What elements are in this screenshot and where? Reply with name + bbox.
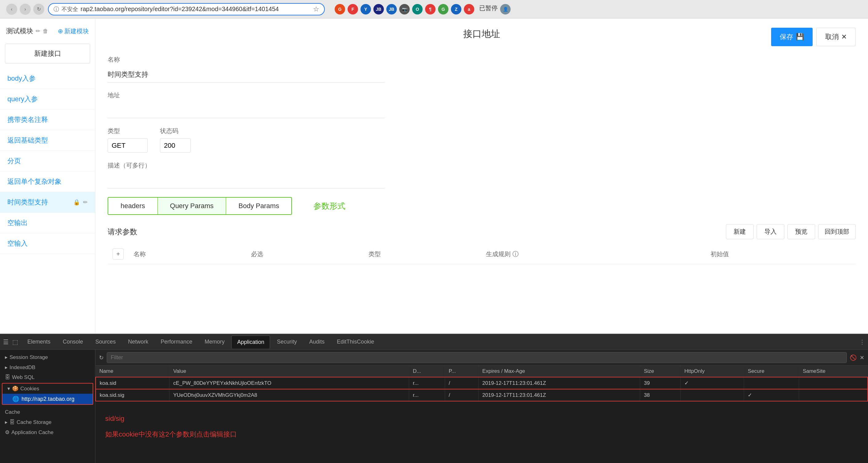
tab-headers[interactable]: headers [108,198,157,214]
filter-close-icon[interactable]: ✕ [860,354,864,361]
cookies-panel: ↻ 🚫 ✕ Name Value D... P... Expires / Max… [95,350,868,463]
sidebar-item-return-basic[interactable]: 返回基础类型 [0,130,95,151]
sidebar-item-time-type[interactable]: 时间类型支持 🔒 ✏ [0,192,95,213]
edit-action-icon[interactable]: ✏ [83,199,88,206]
devtools-tab-editthiscookie[interactable]: EditThisCookie [331,336,379,348]
desc-label: 描述（可多行） [107,161,856,170]
save-icon: 💾 [796,33,804,41]
back-to-top-button[interactable]: 回到顶部 [818,224,856,239]
refresh-btn[interactable]: ↻ [33,4,44,15]
edit-icon[interactable]: ✏ [36,28,40,34]
devtools-tab-network[interactable]: Network [122,336,154,348]
col-p-header: P... [445,366,478,377]
import-button[interactable]: 导入 [757,224,784,239]
new-param-button[interactable]: 新建 [726,224,753,239]
ext-icon-9[interactable]: G [438,4,448,15]
new-interface-button[interactable]: 新建接口 [5,44,90,63]
tree-cookies[interactable]: ▾ 🍪 Cookies [2,383,93,394]
filter-input[interactable] [107,352,847,363]
cookie-row-0[interactable]: koa.sid cE_PW_80DeYYPEYxkNkhUjloOEnfzkTO… [96,377,868,389]
cookie-value-0: cE_PW_80DeYYPEYxkNkhUjloOEnfzkTO [169,377,409,389]
tree-web-sql[interactable]: 🗄 Web SQL [0,373,95,382]
col-secure-header: Secure [744,366,799,377]
annotation-block: sid/sig 如果cookie中没有这2个参数则点击编辑接口 [95,408,868,445]
tree-cookie-site[interactable]: 🌐 http://rap2.taobao.org [2,394,93,404]
storage-tree: ▸ Session Storage ▸ IndexedDB 🗄 Web SQL … [0,350,95,463]
ext-icon-5[interactable]: JB [386,4,397,15]
status-label: 状态码 [160,127,191,135]
desc-input[interactable] [107,173,384,189]
sidebar-item-empty-input[interactable]: 空输入 [0,233,95,254]
tabs-row: headers Query Params Body Params 参数形式 [107,197,856,215]
tree-session-storage[interactable]: ▸ Session Storage [0,352,95,362]
status-group: 状态码 200 201 400 404 500 [160,127,191,153]
ext-icon-3[interactable]: Y [361,4,371,15]
sidebar-item-empty-output[interactable]: 空输出 [0,213,95,233]
ext-icon-6[interactable]: 📷 [399,4,410,15]
sidebar-item-body-params[interactable]: body入参 [0,68,95,89]
params-section-title: 请求参数 [107,227,137,237]
address-input[interactable] [107,103,384,118]
globe-icon: 🌐 [12,396,19,402]
devtools-toggle-icon[interactable]: ☰ [3,338,9,346]
cancel-icon: ✕ [841,33,847,41]
browser-chrome: ‹ › ↻ ⓘ 不安全 rap2.taobao.org/repository/e… [0,0,868,19]
sidebar-item-class-annotation[interactable]: 携带类名注释 [0,110,95,130]
forward-btn[interactable]: › [20,4,31,15]
lock-action-icon[interactable]: 🔒 [73,199,80,206]
tab-query-params[interactable]: Query Params [158,198,226,214]
save-button[interactable]: 保存 💾 [771,28,813,46]
bookmark-icon[interactable]: ☆ [313,5,319,13]
ext-icon-10[interactable]: Z [451,4,461,15]
ext-icon-4[interactable]: JB [373,4,384,15]
cookie-row-1[interactable]: koa.sid.sig YUeODtvj0uuvXZVMhGGYkj0m2A8 … [96,389,868,401]
devtools-tab-performance[interactable]: Performance [155,336,198,348]
status-select[interactable]: 200 201 400 404 500 [160,138,191,153]
tree-cache-storage[interactable]: ▸ 🗄 Cache Storage [0,417,95,427]
new-module-icon: ⊕ [58,27,63,35]
sidebar-item-query-params[interactable]: query入参 [0,89,95,110]
add-row-button[interactable]: + [113,249,124,260]
cancel-button[interactable]: 取消 ✕ [816,28,856,46]
back-btn[interactable]: ‹ [6,4,17,15]
ext-icon-8[interactable]: ¶ [425,4,436,15]
ext-icon-11[interactable]: a [464,4,474,15]
chevron-icon: ▸ [5,354,8,360]
col-size-header: Size [640,366,681,377]
address-bar[interactable]: ⓘ 不安全 rap2.taobao.org/repository/editor?… [48,3,325,16]
cookie-secure-0 [744,377,799,389]
filter-clear-icon[interactable]: 🚫 [850,354,857,361]
cookie-samesite-0 [799,377,868,389]
devtools-inspect-icon[interactable]: ⬚ [12,338,18,346]
cache-storage-icon: 🗄 [9,419,15,426]
ext-icon-7[interactable]: O [412,4,423,15]
devtools-tab-memory[interactable]: Memory [199,336,230,348]
new-module-button[interactable]: ⊕ 新建模块 [58,27,89,35]
user-avatar[interactable]: 👤 [500,4,510,15]
tree-indexed-db[interactable]: ▸ IndexedDB [0,362,95,373]
type-group: 类型 GET POST PUT DELETE [107,127,148,153]
devtools-more-icon[interactable]: ⋮ [859,339,865,345]
cookie-httponly-0: ✓ [680,377,744,389]
tab-body-params[interactable]: Body Params [226,198,291,214]
preview-button[interactable]: 预览 [787,224,815,239]
delete-icon[interactable]: 🗑 [43,28,48,34]
name-input[interactable] [107,67,384,83]
tree-application-cache[interactable]: ⚙ Application Cache [0,427,95,437]
sidebar-item-return-complex[interactable]: 返回单个复杂对象 [0,171,95,192]
devtools-tab-security[interactable]: Security [271,336,302,348]
ext-icon-1[interactable]: G [335,4,345,15]
devtools-tab-console[interactable]: Console [57,336,89,348]
devtools-tab-elements[interactable]: Elements [22,336,56,348]
ext-icon-2[interactable]: F [347,4,358,15]
devtools-tab-audits[interactable]: Audits [304,336,330,348]
type-select[interactable]: GET POST PUT DELETE [107,138,148,153]
params-table: + 名称 必选 类型 生成规则 ⓘ 初始值 [107,244,856,264]
page-title: 接口地址 [294,28,669,40]
col-samesite-header: SameSite [799,366,868,377]
refresh-cookies-button[interactable]: ↻ [99,354,104,361]
cookie-httponly-1 [680,389,744,401]
devtools-tab-application[interactable]: Application [231,336,270,348]
sidebar-item-pagination[interactable]: 分页 [0,151,95,171]
devtools-tab-sources[interactable]: Sources [90,336,121,348]
